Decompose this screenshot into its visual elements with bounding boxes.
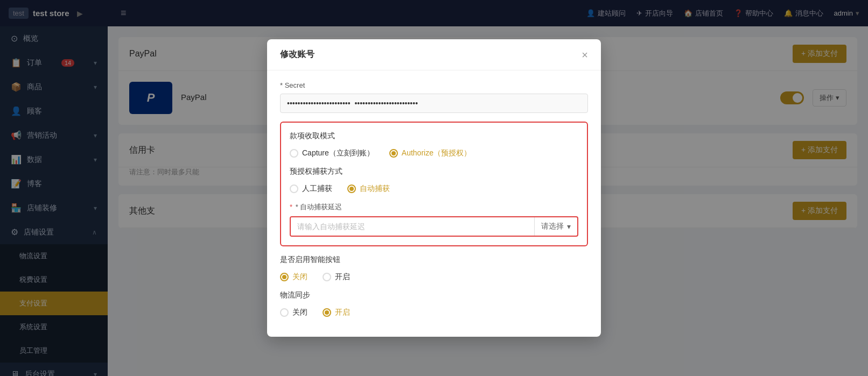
radio-authorize-circle	[389, 149, 398, 158]
required-asterisk: *	[290, 203, 292, 211]
radio-logistics-on-circle	[323, 308, 331, 317]
collection-mode-title: 款项收取模式	[290, 131, 578, 141]
radio-auto-circle	[347, 185, 356, 193]
modal-overlay: 修改账号 × * Secret 款项收取模式 Capture（立刻到账） Aut	[0, 0, 868, 376]
modal-close-button[interactable]: ×	[582, 49, 588, 60]
radio-logistics-off-circle	[280, 308, 289, 317]
radio-capture-circle	[290, 149, 298, 158]
radio-capture-label: Capture（立刻到账）	[302, 148, 374, 158]
radio-smart-off-circle	[280, 273, 289, 281]
select-placeholder-text: 请选择	[541, 222, 564, 231]
auto-delay-input-group: 请选择 ▾	[290, 216, 578, 237]
smart-btn-title: 是否启用智能按钮	[280, 255, 588, 265]
secret-field-label: * Secret	[280, 81, 588, 89]
radio-authorize[interactable]: Authorize（预授权）	[389, 148, 471, 158]
pre-auth-title: 预授权捕获方式	[290, 167, 578, 176]
radio-smart-on-circle	[323, 273, 331, 281]
highlight-section: 款项收取模式 Capture（立刻到账） Authorize（预授权） 预授权捕…	[280, 122, 588, 246]
logistics-radios: 关闭 开启	[280, 308, 588, 317]
auto-delay-text: * 自动捕获延迟	[296, 203, 342, 211]
modal: 修改账号 × * Secret 款项收取模式 Capture（立刻到账） Aut	[267, 39, 601, 337]
auto-delay-label: * * 自动捕获延迟	[290, 202, 578, 212]
smart-btn-radios: 关闭 开启	[280, 272, 588, 282]
radio-logistics-on-label: 开启	[335, 308, 350, 317]
logistics-title: 物流同步	[280, 290, 588, 300]
modal-title: 修改账号	[280, 49, 314, 60]
radio-smart-on[interactable]: 开启	[323, 272, 350, 282]
pre-auth-radios: 人工捕获 自动捕获	[290, 184, 578, 194]
radio-auto[interactable]: 自动捕获	[347, 184, 390, 194]
radio-smart-on-label: 开启	[335, 272, 350, 282]
select-arrow-icon: ▾	[567, 222, 571, 231]
radio-smart-off-label: 关闭	[292, 272, 307, 282]
secret-input[interactable]	[280, 94, 588, 113]
radio-logistics-off-label: 关闭	[292, 308, 307, 317]
collection-mode-radios: Capture（立刻到账） Authorize（预授权）	[290, 148, 578, 158]
modal-body: * Secret 款项收取模式 Capture（立刻到账） Authorize（…	[267, 70, 601, 337]
radio-auto-label: 自动捕获	[360, 184, 390, 194]
radio-logistics-off[interactable]: 关闭	[280, 308, 307, 317]
auto-delay-select[interactable]: 请选择 ▾	[534, 217, 577, 236]
radio-capture[interactable]: Capture（立刻到账）	[290, 148, 374, 158]
logistics-section: 物流同步 关闭 开启	[280, 290, 588, 317]
auto-delay-input[interactable]	[291, 217, 534, 236]
radio-manual-circle	[290, 185, 298, 193]
radio-manual[interactable]: 人工捕获	[290, 184, 332, 194]
radio-smart-off[interactable]: 关闭	[280, 272, 307, 282]
smart-btn-section: 是否启用智能按钮 关闭 开启	[280, 255, 588, 282]
modal-header: 修改账号 ×	[267, 39, 601, 70]
radio-authorize-label: Authorize（预授权）	[402, 148, 471, 158]
radio-logistics-on[interactable]: 开启	[323, 308, 350, 317]
radio-manual-label: 人工捕获	[302, 184, 332, 194]
